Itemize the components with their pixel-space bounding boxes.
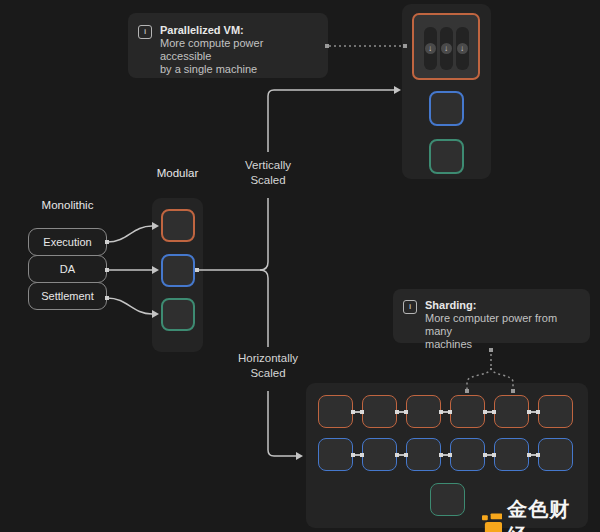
tooltip-line: by a single machine xyxy=(160,63,316,76)
jinse-finance-logo: 金色财经 xyxy=(482,496,588,532)
shard-box xyxy=(318,395,353,428)
modular-panel xyxy=(152,198,203,352)
shard-connector xyxy=(397,454,406,456)
down-arrow-icon: ↓ xyxy=(441,43,452,54)
shard-connector xyxy=(529,411,538,413)
tooltip-line: More computer power from many xyxy=(425,312,578,338)
shard-box xyxy=(318,438,353,471)
shard-box xyxy=(450,438,485,471)
tooltip-sharding: i Sharding: More computer power from man… xyxy=(393,289,590,343)
shard-box xyxy=(450,395,485,428)
shard-connector xyxy=(485,454,494,456)
shard-connector xyxy=(529,454,538,456)
monolithic-stack: Execution DA Settlement xyxy=(28,228,107,310)
horizontally-scaled-line1: Horizontally xyxy=(213,351,323,366)
vm-thread: ↓ xyxy=(456,27,469,70)
vertically-scaled-line2: Scaled xyxy=(223,173,313,188)
shard-box xyxy=(538,395,573,428)
tooltip-line: machines xyxy=(425,338,578,351)
vm-thread: ↓ xyxy=(424,27,437,70)
down-arrow-icon: ↓ xyxy=(457,43,468,54)
shard-connector xyxy=(441,454,450,456)
vertically-scaled-label: Vertically Scaled xyxy=(223,158,313,188)
vertical-scale-panel: ↓↓↓ xyxy=(402,4,491,179)
vertically-scaled-line1: Vertically xyxy=(223,158,313,173)
shard-row-da xyxy=(318,438,573,471)
tooltip-line: More compute power accessible xyxy=(160,37,316,63)
horizontally-scaled-line2: Scaled xyxy=(213,366,323,381)
shard-box xyxy=(406,438,441,471)
info-icon: i xyxy=(403,300,417,314)
da-box-vertical xyxy=(429,91,464,126)
tooltip-title: Sharding: xyxy=(425,299,578,312)
jinse-logo-text: 金色财经 xyxy=(507,496,588,532)
shard-connector xyxy=(353,411,362,413)
shard-row-settlement xyxy=(430,483,465,516)
monolithic-da-box: DA xyxy=(28,255,107,283)
jinse-logo-icon xyxy=(482,513,502,532)
settlement-box-vertical xyxy=(429,139,464,174)
modular-execution-box xyxy=(161,209,195,242)
shard-box xyxy=(362,395,397,428)
monolithic-execution-box: Execution xyxy=(28,228,107,256)
shard-box xyxy=(430,483,465,516)
horizontal-scale-panel: 金色财经 xyxy=(306,383,588,528)
down-arrow-icon: ↓ xyxy=(425,43,436,54)
modular-label: Modular xyxy=(152,167,203,179)
shard-box xyxy=(538,438,573,471)
tooltip-title: Parallelized VM: xyxy=(160,24,316,37)
shard-box xyxy=(494,438,529,471)
shard-box xyxy=(494,395,529,428)
shard-connector xyxy=(485,411,494,413)
shard-row-execution xyxy=(318,395,573,428)
monolithic-settlement-box: Settlement xyxy=(28,282,107,310)
vm-thread: ↓ xyxy=(440,27,453,70)
modular-da-box xyxy=(161,254,195,287)
shard-box xyxy=(406,395,441,428)
info-icon: i xyxy=(138,25,152,39)
shard-connector xyxy=(353,454,362,456)
parallel-vm-box: ↓↓↓ xyxy=(412,13,480,80)
shard-connector xyxy=(397,411,406,413)
horizontally-scaled-label: Horizontally Scaled xyxy=(213,351,323,381)
modular-settlement-box xyxy=(161,298,195,331)
shard-connector xyxy=(441,411,450,413)
tooltip-parallelized-vm: i Parallelized VM: More compute power ac… xyxy=(128,13,328,78)
monolithic-label: Monolithic xyxy=(28,199,107,211)
shard-box xyxy=(362,438,397,471)
